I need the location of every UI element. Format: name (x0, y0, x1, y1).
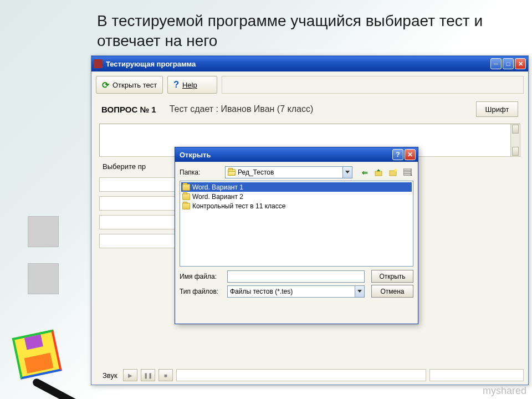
pause-button[interactable]: ❚❚ (141, 369, 155, 381)
file-item[interactable]: Word. Вариант 2 (181, 192, 412, 201)
decorative-square (28, 216, 59, 247)
floppy-icon (12, 328, 71, 387)
open-button[interactable]: Открыть (371, 270, 413, 283)
help-label: Help (182, 81, 197, 89)
folder-combo[interactable]: Ред_Тестов (225, 166, 352, 178)
maximize-button[interactable]: □ (503, 58, 514, 69)
folder-icon (228, 169, 236, 176)
svg-rect-0 (375, 171, 382, 176)
nav-back-icon[interactable]: ⇐ (359, 167, 370, 178)
dialog-titlebar[interactable]: Открыть ? ✕ (175, 147, 418, 162)
toolbar: ⟳ Открыть тест ? Help (96, 76, 524, 94)
filetype-label: Тип файлов: (180, 288, 224, 295)
folder-icon (182, 203, 190, 209)
dialog-title: Открыть (180, 151, 211, 159)
help-icon: ? (173, 80, 179, 90)
dialog-help-button[interactable]: ? (392, 149, 403, 160)
bottom-bar: Звук ▶ ❚❚ ■ (96, 369, 524, 381)
chevron-down-icon (345, 171, 350, 173)
filename-input[interactable] (227, 270, 365, 283)
watermark: myshared (483, 385, 526, 397)
decorative-square (28, 263, 59, 294)
svg-point-2 (395, 169, 397, 172)
folder-label: Папка: (180, 168, 222, 176)
close-button[interactable]: ✕ (515, 58, 526, 69)
open-test-button[interactable]: ⟳ Открыть тест (96, 76, 163, 94)
filetype-combo[interactable]: Файлы тестов (*.tes) (227, 285, 365, 298)
app-icon (94, 59, 103, 68)
font-button[interactable]: Шрифт (476, 101, 518, 117)
folder-icon (182, 184, 190, 191)
play-button[interactable]: ▶ (123, 369, 137, 381)
nav-up-icon[interactable] (374, 167, 385, 178)
student-info: Тест сдает : Иванов Иван (7 класс) (170, 104, 314, 114)
status-field (429, 369, 524, 381)
page-headline: В тестируемой программе учащийся выбирае… (97, 11, 507, 52)
nav-view-icon[interactable] (402, 167, 413, 178)
window-title: Тестирующая программа (106, 60, 196, 68)
open-test-label: Открыть тест (112, 81, 157, 89)
filename-label: Имя файла: (180, 273, 224, 280)
open-dialog: Открыть ? ✕ Папка: Ред_Тестов ⇐ (175, 147, 418, 324)
stop-button[interactable]: ■ (158, 369, 173, 381)
cancel-button[interactable]: Отмена (371, 285, 413, 298)
file-name: Word. Вариант 1 (192, 183, 243, 191)
file-list[interactable]: Word. Вариант 1 Word. Вариант 2 Контроль… (180, 181, 413, 267)
refresh-icon: ⟳ (102, 80, 109, 90)
minimize-button[interactable]: ─ (490, 58, 502, 69)
status-field (176, 369, 426, 381)
filetype-value: Файлы тестов (*.tes) (230, 288, 293, 295)
nav-new-folder-icon[interactable] (388, 167, 399, 178)
file-item[interactable]: Контрольный тест в 11 классе (181, 201, 412, 211)
help-button[interactable]: ? Help (167, 76, 217, 94)
current-folder: Ред_Тестов (238, 168, 274, 176)
titlebar[interactable]: Тестирующая программа ─ □ ✕ (91, 56, 528, 71)
toolbar-spacer (222, 76, 524, 94)
dialog-close-button[interactable]: ✕ (405, 149, 416, 160)
file-item[interactable]: Word. Вариант 1 (181, 182, 412, 192)
scrollbar[interactable] (510, 124, 520, 156)
folder-icon (182, 193, 190, 200)
file-name: Word. Вариант 2 (192, 193, 243, 201)
chevron-down-icon (357, 290, 362, 293)
sound-label: Звук (96, 371, 120, 380)
question-number: ВОПРОС № 1 (101, 105, 156, 114)
file-name: Контрольный тест в 11 классе (192, 202, 285, 210)
